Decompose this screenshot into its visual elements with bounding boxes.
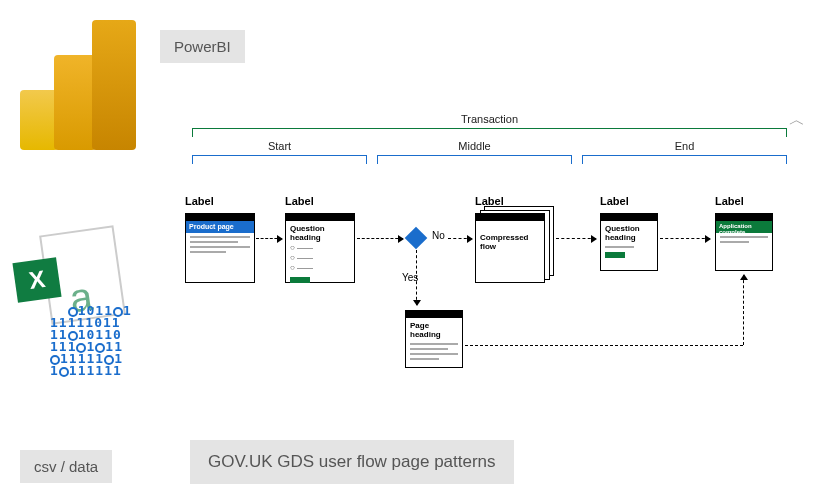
card-page-heading: Page heading bbox=[405, 310, 463, 368]
card-application-complete: Label Application complete bbox=[715, 195, 773, 271]
gds-tag: GOV.UK GDS user flow page patterns bbox=[190, 440, 514, 484]
card-product-page: Label Product page bbox=[185, 195, 255, 283]
arrow bbox=[256, 238, 282, 239]
powerbi-tag: PowerBI bbox=[160, 30, 245, 63]
arrow bbox=[660, 238, 710, 239]
arrow bbox=[743, 275, 744, 345]
decision-diamond-icon bbox=[405, 227, 428, 250]
connector bbox=[465, 345, 743, 346]
arrow bbox=[357, 238, 403, 239]
card-question-2: Label Question heading bbox=[600, 195, 658, 271]
user-flow-diagram: ︿ Transaction Start Middle End Label Pro… bbox=[170, 100, 810, 420]
transaction-bracket: Transaction bbox=[192, 128, 787, 138]
card-question-1: Label Question heading —————— bbox=[285, 195, 355, 283]
csv-data-tag: csv / data bbox=[20, 450, 112, 483]
arrow bbox=[556, 238, 596, 239]
arrow bbox=[416, 250, 417, 305]
middle-bracket: Middle bbox=[377, 155, 572, 165]
end-bracket: End bbox=[582, 155, 787, 165]
excel-data-icon: a 10111 11111011 1110110 111111 111111 1… bbox=[15, 230, 145, 390]
collapse-chevron-icon[interactable]: ︿ bbox=[789, 110, 805, 131]
powerbi-icon bbox=[20, 20, 140, 150]
decision-no-label: No bbox=[432, 230, 445, 241]
card-compressed-flow: Label Compressed flow bbox=[475, 195, 545, 283]
start-bracket: Start bbox=[192, 155, 367, 165]
arrow bbox=[448, 238, 472, 239]
